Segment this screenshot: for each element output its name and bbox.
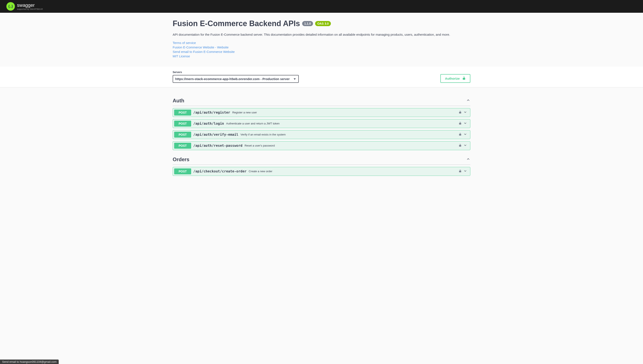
- license-link[interactable]: MIT License: [173, 54, 470, 58]
- chevron-down-icon[interactable]: [463, 143, 467, 148]
- chevron-up-icon: [466, 157, 470, 162]
- operation-register[interactable]: POST /api/auth/register Register a new u…: [173, 108, 470, 117]
- lock-icon[interactable]: [459, 144, 462, 148]
- authorize-label: Authorize: [445, 77, 460, 80]
- brand-subtitle: supported by SMARTBEAR: [17, 8, 43, 10]
- operation-summary: Register a new user: [232, 111, 257, 114]
- tag-header-orders[interactable]: Orders: [173, 154, 470, 165]
- oas-badge: OAS 3.0: [315, 21, 331, 26]
- api-title: Fusion E-Commerce Backend APIs 1.1.0 OAS…: [173, 19, 470, 28]
- lock-icon[interactable]: [459, 110, 462, 115]
- lock-icon[interactable]: [459, 169, 462, 174]
- operations-container: Auth POST /api/auth/register Register a …: [166, 87, 477, 184]
- version-badge: 1.1.0: [302, 21, 313, 26]
- servers-block: Servers https://mern-stack-ecommerce-app…: [173, 71, 299, 83]
- authorize-button[interactable]: Authorize: [440, 74, 470, 83]
- method-badge: POST: [174, 168, 191, 174]
- tag-header-auth[interactable]: Auth: [173, 96, 470, 106]
- method-badge: POST: [174, 143, 191, 149]
- chevron-down-icon[interactable]: [463, 132, 467, 137]
- info-links: Terms of service Fusion E-Commerce Websi…: [173, 41, 470, 58]
- lock-icon[interactable]: [459, 122, 462, 126]
- tos-link[interactable]: Terms of service: [173, 41, 470, 44]
- operation-path: /api/auth/reset-password: [193, 144, 242, 148]
- operation-create-order[interactable]: POST /api/checkout/create-order Create a…: [173, 167, 470, 176]
- operation-reset-password[interactable]: POST /api/auth/reset-password Reset a us…: [173, 141, 470, 150]
- chevron-up-icon: [466, 98, 470, 103]
- api-description: API documentation for the Fusion E-Comme…: [173, 32, 470, 37]
- chevron-down-icon[interactable]: [463, 169, 467, 174]
- tag-section-auth: Auth POST /api/auth/register Register a …: [173, 96, 470, 150]
- servers-label: Servers: [173, 71, 299, 74]
- topbar: {..} swagger supported by SMARTBEAR: [0, 0, 643, 13]
- operation-path: /api/auth/register: [193, 110, 230, 114]
- chevron-down-icon[interactable]: [463, 121, 467, 126]
- operation-summary: Verify if an email exists in the system: [241, 133, 286, 136]
- api-title-text: Fusion E-Commerce Backend APIs: [173, 19, 300, 28]
- operation-summary: Create a new order: [249, 170, 272, 173]
- swagger-icon: {..}: [6, 2, 15, 10]
- chevron-down-icon[interactable]: [463, 110, 467, 115]
- email-link[interactable]: Send email to Fusion E-Commerce Website: [173, 50, 470, 54]
- info-section: Fusion E-Commerce Backend APIs 1.1.0 OAS…: [166, 13, 477, 66]
- operation-login[interactable]: POST /api/auth/login Authenticate a user…: [173, 119, 470, 128]
- website-link[interactable]: Fusion E-Commerce Website - Website: [173, 46, 470, 49]
- operation-path: /api/auth/login: [193, 122, 224, 126]
- tag-name: Orders: [173, 156, 189, 162]
- operation-summary: Reset a user's password: [245, 144, 275, 147]
- operation-path: /api/auth/verify-email: [193, 132, 238, 136]
- swagger-logo[interactable]: {..} swagger supported by SMARTBEAR: [6, 2, 43, 10]
- lock-open-icon: [462, 76, 466, 81]
- tag-section-orders: Orders POST /api/checkout/create-order C…: [173, 154, 470, 176]
- method-badge: POST: [174, 110, 191, 116]
- operation-summary: Authenticate a user and return a JWT tok…: [226, 122, 280, 125]
- scheme-container: Servers https://mern-stack-ecommerce-app…: [0, 66, 643, 87]
- brand-name: swagger: [17, 2, 43, 8]
- server-select[interactable]: https://mern-stack-ecommerce-app-h5wb.on…: [173, 75, 299, 83]
- operation-verify-email[interactable]: POST /api/auth/verify-email Verify if an…: [173, 130, 470, 139]
- lock-icon[interactable]: [459, 132, 462, 137]
- method-badge: POST: [174, 121, 191, 126]
- method-badge: POST: [174, 132, 191, 138]
- tag-name: Auth: [173, 98, 184, 104]
- operation-path: /api/checkout/create-order: [193, 169, 247, 173]
